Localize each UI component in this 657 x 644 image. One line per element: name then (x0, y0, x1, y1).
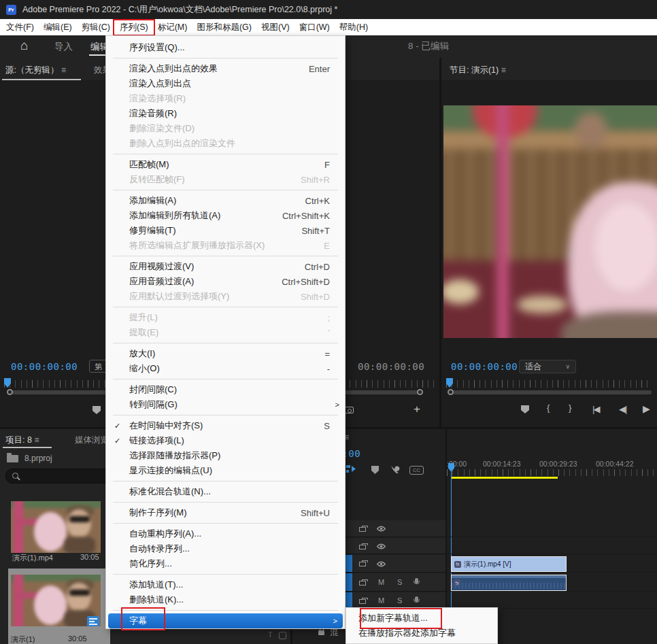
mark-in-icon[interactable]: { (547, 403, 550, 413)
source-add-marker-icon[interactable] (92, 406, 101, 414)
timeline-video-clip[interactable]: fx 演示(1).mp4 [V] (451, 556, 567, 572)
menu-item-render-selection[interactable]: 渲染选择项(R) (106, 91, 345, 106)
tab-import[interactable]: 导入 (54, 41, 73, 53)
video-clip-label: 演示(1).mp4 [V] (464, 560, 511, 569)
menu-help[interactable]: 帮助(H) (335, 19, 373, 35)
menu-item-render-audio[interactable]: 渲染音频(R) (106, 106, 345, 121)
menu-window[interactable]: 窗口(W) (294, 19, 335, 35)
menu-item-extend-selected-edit[interactable]: 将所选编辑点扩展到播放指示器(X)E (106, 238, 345, 253)
solo-button[interactable]: S (397, 596, 402, 605)
menu-item-snap-in-timeline[interactable]: ✓在时间轴中对齐(S)S (106, 418, 345, 433)
menu-item-render-in-to-out[interactable]: 渲染入点到出点 (106, 76, 345, 91)
source-scroll-knob-right[interactable] (417, 389, 423, 395)
menu-separator (113, 574, 338, 575)
menu-item-extract[interactable]: 提取(E)' (106, 325, 345, 340)
clip-cell-selected[interactable]: 演示(1) 30:05 (8, 569, 110, 644)
timeline-ruler[interactable] (447, 469, 657, 476)
tool-icon-dim-1[interactable]: T (268, 630, 273, 639)
menu-item-auto-reframe-sequence[interactable]: 自动重构序列(A)... (106, 526, 345, 541)
captions-display-icon[interactable]: CC (409, 466, 424, 475)
program-panel-menu-icon[interactable]: ≡ (501, 65, 506, 75)
menu-item-delete-tracks[interactable]: 删除轨道(K)... (106, 592, 345, 607)
eye-icon[interactable] (377, 561, 386, 567)
eye-icon[interactable] (377, 543, 386, 549)
tool-icon-dim-2[interactable] (279, 632, 286, 639)
menu-item-add-edit-all-tracks[interactable]: 添加编辑到所有轨道(A)Ctrl+Shift+K (106, 208, 345, 223)
menu-item-zoom-out[interactable]: 缩小(O)- (106, 361, 345, 376)
export-frame-icon[interactable] (344, 407, 354, 413)
clip-name[interactable]: 演示(1) (11, 634, 35, 644)
sync-lock-icon[interactable] (359, 527, 366, 532)
menu-sequence[interactable]: 序列(S) (115, 19, 153, 35)
sync-lock-icon[interactable] (359, 562, 366, 566)
button-editor-plus-icon[interactable]: + (414, 403, 420, 416)
source-panel-menu-icon[interactable]: ≡ (61, 65, 66, 75)
source-timecode[interactable]: 00:00:00:00 (11, 361, 78, 372)
menu-graphics[interactable]: 图形和标题(G) (192, 19, 256, 35)
timeline-audio-clip[interactable]: fx (451, 575, 567, 591)
sync-lock-icon[interactable] (359, 599, 366, 604)
menu-item-auto-transcribe-sequence[interactable]: 自动转录序列... (106, 541, 345, 556)
tab-project-underline (3, 447, 52, 448)
menu-item-sequence-settings[interactable]: 序列设置(Q)... (106, 40, 345, 55)
menu-item-apply-audio-transition[interactable]: 应用音频过渡(A)Ctrl+Shift+D (106, 274, 345, 289)
menu-item-delete-in-out-render-files[interactable]: 删除入点到出点的渲染文件 (106, 136, 345, 151)
sync-lock-icon[interactable] (359, 581, 366, 586)
wrench-icon[interactable] (390, 464, 400, 474)
menu-item-render-in-out-effects[interactable]: 渲染入点到出点的效果Enter (106, 61, 345, 76)
clip-thumbnail-video[interactable] (11, 501, 101, 553)
program-scrollbar[interactable] (448, 390, 652, 394)
go-to-in-icon[interactable]: |◀ (592, 404, 599, 414)
project-file-name[interactable]: 8.prproj (24, 454, 52, 463)
menu-edit[interactable]: 编辑(E) (39, 19, 77, 35)
project-folder-icon[interactable] (7, 455, 18, 462)
source-scroll-knob-left[interactable] (7, 389, 13, 395)
play-icon[interactable]: ▶ (643, 403, 650, 414)
menu-item-apply-video-transition[interactable]: 应用视频过渡(V)Ctrl+D (106, 259, 345, 274)
menu-item-lift[interactable]: 提升(L); (106, 310, 345, 325)
clip-name[interactable]: 演示(1).mp4 (12, 553, 53, 563)
menu-item-zoom-in[interactable]: 放大(I)= (106, 346, 345, 361)
tab-program[interactable]: 节目: 演示(1) ≡ (450, 65, 506, 76)
menu-view[interactable]: 视图(V) (256, 19, 294, 35)
menu-item-close-gap[interactable]: 封闭间隙(C) (106, 382, 345, 397)
mic-icon[interactable] (415, 596, 418, 602)
menu-file[interactable]: 文件(F) (1, 19, 39, 35)
step-back-icon[interactable]: ◀| (619, 404, 626, 414)
menu-markers[interactable]: 标记(M) (153, 19, 192, 35)
menu-item-reverse-match-frame[interactable]: 反转匹配帧(F)Shift+R (106, 172, 345, 187)
menu-item-simplify-sequence[interactable]: 简化序列... (106, 556, 345, 571)
menu-item-add-tracks[interactable]: 添加轨道(T)... (106, 577, 345, 592)
project-panel-menu-icon[interactable]: ≡ (34, 435, 39, 445)
menu-item-trim-edit[interactable]: 修剪编辑(T)Shift+T (106, 223, 345, 238)
tab-project[interactable]: 项目: 8 ≡ (5, 435, 39, 446)
menu-item-add-edit[interactable]: 添加编辑(A)Ctrl+K (106, 193, 345, 208)
menu-item-linked-selection[interactable]: ✓链接选择项(L) (106, 433, 345, 448)
mute-button[interactable]: M (378, 578, 384, 586)
menu-item-go-to-gap[interactable]: 转到间隔(G)> (106, 397, 345, 412)
sync-lock-icon[interactable] (359, 545, 366, 549)
nest-toggle-icon[interactable] (346, 464, 356, 473)
tab-source[interactable]: 源:（无剪辑） ≡ (5, 65, 66, 76)
menu-clip[interactable]: 剪辑(C) (77, 19, 115, 35)
menu-item-selection-follows-playhead[interactable]: 选择跟随播放指示器(P) (106, 448, 345, 463)
program-fit-dropdown[interactable]: 适合 ∨ (519, 360, 576, 373)
mic-icon[interactable] (415, 578, 418, 583)
menu-item-apply-default-transition[interactable]: 应用默认过渡到选择项(Y)Shift+D (106, 289, 345, 304)
mute-button[interactable]: M (378, 596, 384, 605)
menu-item-show-through-edits[interactable]: 显示连接的编辑点(U) (106, 463, 345, 478)
program-ruler[interactable] (446, 380, 652, 388)
menu-item-match-frame[interactable]: 匹配帧(M)F (106, 157, 345, 172)
program-timecode[interactable]: 00:00:00:00 (451, 361, 518, 372)
home-icon[interactable]: ⌂ (20, 38, 28, 53)
solo-button[interactable]: S (397, 578, 402, 586)
menu-item-delete-render-files[interactable]: 删除渲染文件(D) (106, 121, 345, 136)
menu-item-normalize-master-track[interactable]: 标准化混合轨道(N)... (106, 484, 345, 499)
eye-icon[interactable] (377, 526, 386, 532)
program-add-marker-icon[interactable] (521, 405, 529, 413)
mark-out-icon[interactable]: } (569, 403, 571, 413)
lock-icon[interactable] (318, 630, 324, 635)
menu-item-make-subsequence[interactable]: 制作子序列(M)Shift+U (106, 505, 345, 520)
timeline-marker-icon[interactable] (371, 466, 379, 474)
program-scroll-knob[interactable] (448, 389, 454, 395)
